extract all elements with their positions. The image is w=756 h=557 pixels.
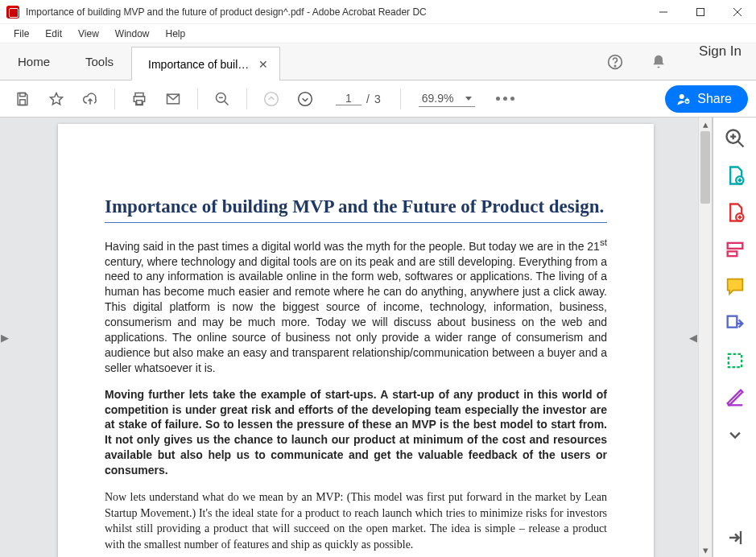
tab-tools[interactable]: Tools	[68, 43, 131, 80]
svg-rect-27	[727, 251, 737, 256]
menu-view[interactable]: View	[71, 27, 106, 41]
titlebar: Importance of building MVP and the futur…	[0, 0, 756, 24]
redact-icon[interactable]	[724, 386, 746, 409]
bell-icon[interactable]	[644, 47, 673, 76]
vertical-scrollbar[interactable]: ▴ ▾	[698, 118, 712, 557]
help-icon[interactable]	[601, 47, 630, 76]
tab-home[interactable]: Home	[0, 43, 68, 80]
document-area[interactable]: ▶ Importance of building MVP and the Fut…	[0, 118, 713, 557]
svg-rect-1	[697, 8, 704, 15]
toolbar: / 3 69.9% Share	[0, 80, 756, 118]
zoom-tool-icon[interactable]	[724, 127, 746, 150]
share-label: Share	[697, 92, 732, 106]
menu-help[interactable]: Help	[159, 27, 193, 41]
scroll-thumb[interactable]	[700, 131, 710, 204]
workspace: ▶ Importance of building MVP and the Fut…	[0, 118, 756, 557]
page-input[interactable]	[336, 92, 361, 105]
svg-point-15	[299, 92, 312, 105]
svg-rect-9	[137, 100, 143, 104]
menu-file[interactable]: File	[6, 27, 36, 41]
doc-title: Importance of building MVP and the Futur…	[105, 196, 607, 217]
acrobat-icon	[6, 6, 19, 19]
menu-window[interactable]: Window	[108, 27, 157, 41]
window-controls	[645, 0, 756, 24]
chevron-down-icon	[465, 97, 472, 101]
right-panel-toggle[interactable]: ◀	[688, 321, 698, 353]
close-button[interactable]	[719, 0, 756, 24]
svg-point-16	[680, 94, 684, 99]
svg-rect-28	[727, 316, 737, 328]
minimize-button[interactable]	[645, 0, 682, 24]
combine-files-icon[interactable]	[724, 312, 746, 335]
page-down-icon[interactable]	[291, 85, 320, 113]
chevron-down-icon[interactable]	[724, 423, 746, 446]
pdf-page: Importance of building MVP and the Futur…	[58, 124, 654, 557]
more-icon[interactable]	[491, 85, 520, 113]
zoom-select[interactable]: 69.9%	[419, 90, 475, 107]
page-up-icon[interactable]	[257, 85, 286, 113]
create-pdf-icon[interactable]	[724, 201, 746, 224]
page-indicator: / 3	[336, 92, 381, 105]
comment-icon[interactable]	[724, 275, 746, 298]
page-sep: /	[366, 93, 370, 105]
export-pdf-icon[interactable]	[724, 164, 746, 187]
svg-point-14	[265, 92, 279, 105]
doc-para-2: Moving further lets take the example of …	[105, 387, 607, 478]
svg-line-12	[225, 101, 229, 105]
tab-document-label: Importance of buil…	[148, 58, 249, 71]
app-tabs: Home Tools Importance of buil… ✕ Sign In	[0, 43, 756, 80]
svg-rect-7	[20, 99, 26, 105]
doc-para-1: Having said in the past times a digital …	[105, 236, 607, 376]
page-total: 3	[374, 93, 381, 105]
svg-rect-26	[727, 243, 742, 249]
svg-rect-6	[20, 93, 26, 96]
edit-pdf-icon[interactable]	[724, 238, 746, 261]
left-panel-toggle[interactable]: ▶	[0, 321, 10, 353]
menu-edit[interactable]: Edit	[38, 27, 69, 41]
organize-pages-icon[interactable]	[724, 349, 746, 372]
zoom-value: 69.9%	[422, 92, 454, 105]
svg-rect-29	[728, 354, 741, 367]
menubar: File Edit View Window Help	[0, 24, 756, 43]
cloud-upload-icon[interactable]	[76, 85, 105, 113]
doc-para-3: Now lets understand what do we mean by a…	[105, 489, 607, 552]
maximize-button[interactable]	[682, 0, 719, 24]
right-tool-panel	[713, 118, 756, 557]
print-icon[interactable]	[125, 85, 154, 113]
search-icon[interactable]	[208, 85, 237, 113]
svg-line-21	[737, 142, 743, 147]
svg-point-5	[614, 65, 615, 66]
sign-in-button[interactable]: Sign In	[684, 43, 756, 80]
scroll-down-icon[interactable]: ▾	[699, 543, 712, 557]
tab-document[interactable]: Importance of buil… ✕	[131, 47, 280, 80]
title-underline	[105, 222, 607, 223]
tab-close-icon[interactable]: ✕	[258, 58, 268, 71]
collapse-panel-icon[interactable]	[724, 526, 746, 549]
scroll-up-icon[interactable]: ▴	[699, 118, 712, 131]
save-icon[interactable]	[8, 85, 37, 113]
share-button[interactable]: Share	[665, 85, 748, 113]
star-icon[interactable]	[42, 85, 71, 113]
mail-icon[interactable]	[159, 85, 188, 113]
window-title: Importance of building MVP and the futur…	[26, 6, 645, 18]
